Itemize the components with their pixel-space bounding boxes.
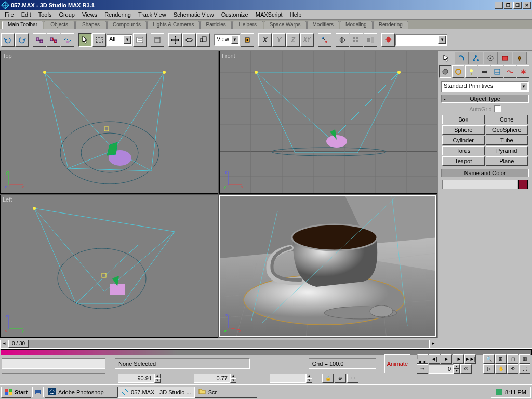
shapes-subtab[interactable] [452,65,464,78]
torus-button[interactable]: Torus [442,146,485,155]
tab-shapes[interactable]: Shapes [75,21,107,29]
move-button[interactable] [168,33,182,47]
close-button[interactable]: ✕ [523,2,531,9]
pyramid-button[interactable]: Pyramid [486,146,528,155]
restrict-xy-button[interactable]: XY [300,33,314,47]
viewport-left[interactable]: Left y z x [0,195,218,338]
selectionlock-button[interactable] [151,33,164,47]
rotate-button[interactable] [182,33,196,47]
menu-group[interactable]: Group [55,10,78,19]
fov-button[interactable]: ▷ [483,364,495,374]
sphere-button[interactable]: Sphere [442,125,485,135]
redo-button[interactable] [15,33,29,47]
zoomextentsall-button[interactable]: ▦ [519,354,530,364]
pan-button[interactable]: ✋ [495,364,507,374]
next-frame-button[interactable]: |► [453,354,464,364]
category-select[interactable]: Standard Primitives [441,81,529,92]
schematicview-button[interactable]: ✹ [381,33,395,47]
ref-coord-select[interactable]: View [214,34,240,46]
viewport-camera[interactable]: Camera01 [219,195,436,337]
goto-end-button[interactable]: ►►| [464,354,476,364]
menu-views[interactable]: Views [78,10,101,19]
zoom-button[interactable]: 🔍 [483,354,495,364]
mirror-button[interactable] [336,33,349,47]
zoomall-button[interactable]: ⊞ [495,354,507,364]
snap-toggle-button[interactable]: ⬚ [347,374,358,383]
abs-rel-button[interactable]: ⊕ [335,374,346,383]
objectname-input[interactable] [442,180,517,189]
task-3dsmax[interactable]: 057.MAX - 3D Studio ... [117,387,195,398]
goto-start-button[interactable]: |◄◄ [417,354,428,364]
autogrid-checkbox[interactable] [494,105,501,112]
create-tab[interactable] [440,52,454,64]
spacewarps-subtab[interactable] [504,65,516,78]
tab-particles[interactable]: Particles [200,21,231,29]
undo-button[interactable] [1,33,15,47]
viewport-top[interactable]: Top x y z [0,51,218,194]
pivot-button[interactable] [241,33,254,47]
modify-tab[interactable] [454,52,469,64]
geometry-subtab[interactable] [439,65,451,78]
utilities-tab[interactable] [512,52,527,64]
ik-button[interactable] [318,33,331,47]
link-button[interactable] [33,33,46,47]
restrict-z-button[interactable]: Z [286,33,300,47]
timeline-right-button[interactable]: ► [429,340,437,348]
task-photoshop[interactable]: Adobe Photoshop [45,387,117,398]
select-button[interactable] [78,33,92,47]
menu-rendering[interactable]: Rendering [101,10,135,19]
menu-file[interactable]: File [1,10,18,19]
menu-tools[interactable]: Tools [35,10,56,19]
animate-button[interactable]: Animate [384,354,410,373]
menu-trackview[interactable]: Track View [135,10,170,19]
teapot-button[interactable]: Teapot [442,156,485,166]
play-button[interactable]: ► [441,354,452,364]
viewport-front[interactable]: Front x z y [219,51,437,194]
array-button[interactable] [350,33,363,47]
tube-button[interactable]: Tube [486,136,528,145]
namedselection-select[interactable] [395,34,447,46]
timeconfig-button[interactable]: ⏲ [460,364,472,374]
minimize-button[interactable]: _ [495,2,503,9]
system-tray[interactable]: 8:11 PM [491,387,531,398]
align-button[interactable] [364,33,377,47]
geosphere-button[interactable]: GeoSphere [486,125,528,135]
tab-spacewarps[interactable]: Space Warps [264,21,307,29]
tab-objects[interactable]: Objects [44,21,75,29]
menu-maxscript[interactable]: MAXScript [252,10,286,19]
tab-helpers[interactable]: Helpers [232,21,263,29]
motion-tab[interactable] [483,52,498,64]
keymode-button[interactable]: ⊸ [417,364,428,374]
timeline-left-button[interactable]: ◄ [0,340,8,348]
arcrotate-button[interactable]: ⟲ [507,364,518,374]
namecolor-rollout[interactable]: -Name and Color [441,169,529,177]
tab-rendering[interactable]: Rendering [373,21,408,29]
box-button[interactable]: Box [442,115,485,124]
quicklaunch-icon[interactable] [34,388,42,396]
lights-subtab[interactable] [465,65,477,78]
tray-icon[interactable] [496,389,502,395]
cone-button[interactable]: Cone [486,115,528,124]
restrict-x-button[interactable]: X [258,33,272,47]
menu-schematicview[interactable]: Schematic View [170,10,218,19]
start-button[interactable]: Start [1,387,31,398]
zoomextents-button[interactable]: ◻ [507,354,518,364]
unlink-button[interactable] [47,33,60,47]
tab-lightscameras[interactable]: Lights & Cameras [147,21,200,29]
cylinder-button[interactable]: Cylinder [442,136,485,145]
menu-edit[interactable]: Edit [18,10,35,19]
minmax-button[interactable]: ⛶ [519,364,530,374]
plane-button[interactable]: Plane [486,156,528,166]
select-byname-button[interactable] [133,33,147,47]
bindspacewarp-button[interactable] [61,33,74,47]
timeline-thumb[interactable]: 0 / 30 [8,340,29,348]
menu-customize[interactable]: Customize [218,10,252,19]
tab-modeling[interactable]: Modeling [340,21,373,29]
timeline-track[interactable] [29,340,429,348]
display-tab[interactable] [498,52,512,64]
tab-compounds[interactable]: Compounds [107,21,147,29]
systems-subtab[interactable]: ✱ [517,65,529,78]
coord-x-input[interactable]: 90.91 [118,374,154,383]
task-scr[interactable]: Scr [195,387,257,398]
tab-maintoolbar[interactable]: Main Toolbar [2,21,43,29]
